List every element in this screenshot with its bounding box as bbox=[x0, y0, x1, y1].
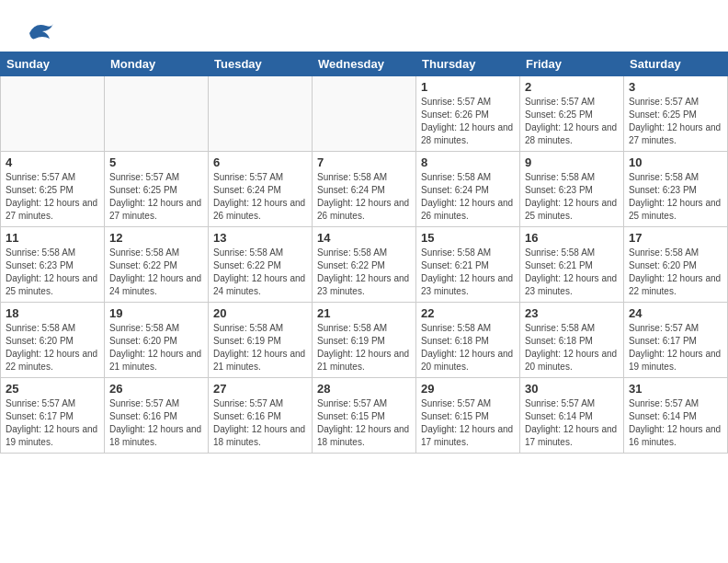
day-number: 20 bbox=[213, 306, 307, 320]
day-number: 18 bbox=[6, 306, 99, 320]
day-info: Sunrise: 5:58 AM Sunset: 6:24 PM Dayligh… bbox=[317, 171, 411, 223]
calendar-dow-sunday: Sunday bbox=[1, 52, 105, 76]
calendar-dow-saturday: Saturday bbox=[624, 52, 728, 76]
calendar-day-cell: 20Sunrise: 5:58 AM Sunset: 6:19 PM Dayli… bbox=[209, 303, 313, 378]
day-info: Sunrise: 5:58 AM Sunset: 6:22 PM Dayligh… bbox=[317, 247, 411, 298]
calendar-day-cell: 19Sunrise: 5:58 AM Sunset: 6:20 PM Dayli… bbox=[105, 303, 209, 378]
day-number: 2 bbox=[525, 80, 619, 94]
day-number: 16 bbox=[525, 231, 619, 245]
day-info: Sunrise: 5:58 AM Sunset: 6:23 PM Dayligh… bbox=[629, 171, 722, 223]
day-number: 31 bbox=[629, 382, 722, 396]
day-number: 4 bbox=[6, 155, 99, 169]
calendar-day-cell: 16Sunrise: 5:58 AM Sunset: 6:21 PM Dayli… bbox=[520, 227, 624, 303]
header bbox=[0, 0, 728, 52]
calendar-day-cell: 6Sunrise: 5:57 AM Sunset: 6:24 PM Daylig… bbox=[209, 152, 313, 227]
calendar-dow-wednesday: Wednesday bbox=[313, 52, 416, 76]
calendar-day-cell: 1Sunrise: 5:57 AM Sunset: 6:26 PM Daylig… bbox=[416, 76, 520, 152]
day-info: Sunrise: 5:58 AM Sunset: 6:18 PM Dayligh… bbox=[525, 322, 619, 373]
day-info: Sunrise: 5:57 AM Sunset: 6:16 PM Dayligh… bbox=[213, 397, 307, 449]
calendar-table: SundayMondayTuesdayWednesdayThursdayFrid… bbox=[0, 52, 728, 454]
day-number: 13 bbox=[213, 231, 307, 245]
calendar-day-cell: 31Sunrise: 5:57 AM Sunset: 6:14 PM Dayli… bbox=[624, 378, 728, 454]
day-number: 26 bbox=[109, 382, 203, 396]
day-info: Sunrise: 5:58 AM Sunset: 6:21 PM Dayligh… bbox=[525, 247, 619, 298]
day-number: 12 bbox=[109, 231, 203, 245]
day-info: Sunrise: 5:58 AM Sunset: 6:23 PM Dayligh… bbox=[525, 171, 619, 223]
calendar-week-row: 4Sunrise: 5:57 AM Sunset: 6:25 PM Daylig… bbox=[1, 152, 728, 227]
day-number: 17 bbox=[629, 231, 722, 245]
day-number: 19 bbox=[109, 306, 203, 320]
calendar-week-row: 25Sunrise: 5:57 AM Sunset: 6:17 PM Dayli… bbox=[1, 378, 728, 454]
day-info: Sunrise: 5:57 AM Sunset: 6:26 PM Dayligh… bbox=[421, 96, 515, 147]
day-info: Sunrise: 5:57 AM Sunset: 6:25 PM Dayligh… bbox=[6, 171, 99, 223]
day-info: Sunrise: 5:58 AM Sunset: 6:19 PM Dayligh… bbox=[317, 322, 411, 373]
day-number: 1 bbox=[421, 80, 515, 94]
day-info: Sunrise: 5:58 AM Sunset: 6:20 PM Dayligh… bbox=[6, 322, 99, 373]
day-info: Sunrise: 5:57 AM Sunset: 6:25 PM Dayligh… bbox=[109, 171, 203, 223]
calendar-day-cell: 8Sunrise: 5:58 AM Sunset: 6:24 PM Daylig… bbox=[416, 152, 520, 227]
day-number: 6 bbox=[213, 155, 307, 169]
day-number: 7 bbox=[317, 155, 411, 169]
day-info: Sunrise: 5:57 AM Sunset: 6:17 PM Dayligh… bbox=[6, 397, 99, 449]
day-info: Sunrise: 5:58 AM Sunset: 6:19 PM Dayligh… bbox=[213, 322, 307, 373]
day-number: 3 bbox=[629, 80, 722, 94]
calendar-day-cell: 25Sunrise: 5:57 AM Sunset: 6:17 PM Dayli… bbox=[1, 378, 105, 454]
day-number: 5 bbox=[109, 155, 203, 169]
calendar-day-cell: 5Sunrise: 5:57 AM Sunset: 6:25 PM Daylig… bbox=[105, 152, 209, 227]
calendar-week-row: 11Sunrise: 5:58 AM Sunset: 6:23 PM Dayli… bbox=[1, 227, 728, 303]
calendar-day-cell: 11Sunrise: 5:58 AM Sunset: 6:23 PM Dayli… bbox=[1, 227, 105, 303]
calendar-day-cell: 15Sunrise: 5:58 AM Sunset: 6:21 PM Dayli… bbox=[416, 227, 520, 303]
day-info: Sunrise: 5:58 AM Sunset: 6:24 PM Dayligh… bbox=[421, 171, 515, 223]
day-number: 11 bbox=[6, 231, 99, 245]
day-info: Sunrise: 5:57 AM Sunset: 6:24 PM Dayligh… bbox=[213, 171, 307, 223]
day-info: Sunrise: 5:58 AM Sunset: 6:22 PM Dayligh… bbox=[213, 247, 307, 298]
calendar-day-cell: 12Sunrise: 5:58 AM Sunset: 6:22 PM Dayli… bbox=[105, 227, 209, 303]
calendar-day-cell: 30Sunrise: 5:57 AM Sunset: 6:14 PM Dayli… bbox=[520, 378, 624, 454]
calendar-header-row: SundayMondayTuesdayWednesdayThursdayFrid… bbox=[1, 52, 728, 76]
day-number: 8 bbox=[421, 155, 515, 169]
page-wrapper: SundayMondayTuesdayWednesdayThursdayFrid… bbox=[0, 0, 728, 454]
calendar-day-cell: 18Sunrise: 5:58 AM Sunset: 6:20 PM Dayli… bbox=[1, 303, 105, 378]
calendar-day-cell: 17Sunrise: 5:58 AM Sunset: 6:20 PM Dayli… bbox=[624, 227, 728, 303]
day-info: Sunrise: 5:58 AM Sunset: 6:20 PM Dayligh… bbox=[629, 247, 722, 298]
calendar-day-cell: 21Sunrise: 5:58 AM Sunset: 6:19 PM Dayli… bbox=[313, 303, 416, 378]
day-number: 15 bbox=[421, 231, 515, 245]
calendar-day-cell: 14Sunrise: 5:58 AM Sunset: 6:22 PM Dayli… bbox=[313, 227, 416, 303]
calendar-day-cell: 22Sunrise: 5:58 AM Sunset: 6:18 PM Dayli… bbox=[416, 303, 520, 378]
calendar-day-cell: 7Sunrise: 5:58 AM Sunset: 6:24 PM Daylig… bbox=[313, 152, 416, 227]
calendar-week-row: 1Sunrise: 5:57 AM Sunset: 6:26 PM Daylig… bbox=[1, 76, 728, 152]
day-number: 24 bbox=[629, 306, 722, 320]
day-info: Sunrise: 5:58 AM Sunset: 6:22 PM Dayligh… bbox=[109, 247, 203, 298]
calendar-day-cell: 9Sunrise: 5:58 AM Sunset: 6:23 PM Daylig… bbox=[520, 152, 624, 227]
calendar-day-cell: 29Sunrise: 5:57 AM Sunset: 6:15 PM Dayli… bbox=[416, 378, 520, 454]
logo-bird-icon bbox=[22, 15, 51, 44]
day-info: Sunrise: 5:58 AM Sunset: 6:21 PM Dayligh… bbox=[421, 247, 515, 298]
day-info: Sunrise: 5:57 AM Sunset: 6:15 PM Dayligh… bbox=[317, 397, 411, 449]
calendar-day-cell: 4Sunrise: 5:57 AM Sunset: 6:25 PM Daylig… bbox=[1, 152, 105, 227]
day-number: 25 bbox=[6, 382, 99, 396]
day-number: 29 bbox=[421, 382, 515, 396]
day-info: Sunrise: 5:58 AM Sunset: 6:20 PM Dayligh… bbox=[109, 322, 203, 373]
calendar-dow-friday: Friday bbox=[520, 52, 624, 76]
calendar-week-row: 18Sunrise: 5:58 AM Sunset: 6:20 PM Dayli… bbox=[1, 303, 728, 378]
calendar-day-cell bbox=[313, 76, 416, 152]
day-info: Sunrise: 5:57 AM Sunset: 6:17 PM Dayligh… bbox=[629, 322, 722, 373]
calendar-day-cell: 28Sunrise: 5:57 AM Sunset: 6:15 PM Dayli… bbox=[313, 378, 416, 454]
day-number: 22 bbox=[421, 306, 515, 320]
day-info: Sunrise: 5:57 AM Sunset: 6:16 PM Dayligh… bbox=[109, 397, 203, 449]
calendar-day-cell: 10Sunrise: 5:58 AM Sunset: 6:23 PM Dayli… bbox=[624, 152, 728, 227]
day-info: Sunrise: 5:57 AM Sunset: 6:14 PM Dayligh… bbox=[629, 397, 722, 449]
calendar-day-cell: 23Sunrise: 5:58 AM Sunset: 6:18 PM Dayli… bbox=[520, 303, 624, 378]
calendar-day-cell: 26Sunrise: 5:57 AM Sunset: 6:16 PM Dayli… bbox=[105, 378, 209, 454]
day-number: 10 bbox=[629, 155, 722, 169]
calendar-dow-monday: Monday bbox=[105, 52, 209, 76]
calendar-day-cell: 27Sunrise: 5:57 AM Sunset: 6:16 PM Dayli… bbox=[209, 378, 313, 454]
day-info: Sunrise: 5:57 AM Sunset: 6:14 PM Dayligh… bbox=[525, 397, 619, 449]
calendar-day-cell: 24Sunrise: 5:57 AM Sunset: 6:17 PM Dayli… bbox=[624, 303, 728, 378]
logo bbox=[22, 15, 55, 44]
day-number: 23 bbox=[525, 306, 619, 320]
day-info: Sunrise: 5:58 AM Sunset: 6:23 PM Dayligh… bbox=[6, 247, 99, 298]
day-number: 28 bbox=[317, 382, 411, 396]
calendar-day-cell bbox=[1, 76, 105, 152]
calendar-day-cell: 2Sunrise: 5:57 AM Sunset: 6:25 PM Daylig… bbox=[520, 76, 624, 152]
